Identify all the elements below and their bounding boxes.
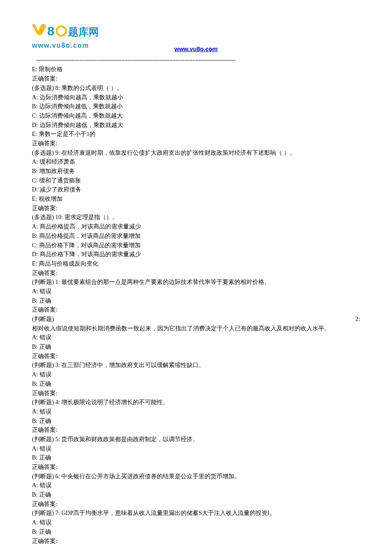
text-line: (判断题) 1: 最优要素组合的那一点是两种生产要素的边际技术替代率等于要素的相… (32, 278, 360, 287)
text-line: B: 增加政府债务 (32, 167, 360, 176)
text-line: B: 正确 (32, 379, 360, 389)
logo-cn-text: 题库网 (68, 24, 99, 40)
text-line: A: 缓和经济萧条 (32, 157, 360, 167)
text-line: 相对收入假说使短期和长期消费函数一致起来，因为它指出了消费决定于个人已有的最高收… (32, 324, 360, 333)
document-content: E: 限制价格正确答案:(多选题) 8: 乘数的公式表明（ ）。A: 边际消费倾… (32, 65, 360, 546)
text-line: (判断题) 6: 中央银行在公开市场上买进政府债券的结果是公众手里的货币增加。 (32, 472, 360, 481)
text-line: A: 错误 (32, 518, 360, 527)
text-line: A: 错误 (32, 333, 360, 342)
justify-right: 2: (355, 315, 360, 324)
text-line: 正确答案: (32, 269, 360, 278)
text-line: A: 错误 (32, 407, 360, 416)
text-line: C: 边际消费倾向越高，乘数就越大 (32, 111, 360, 121)
text-line: 正确答案: (32, 500, 360, 509)
text-line: 正确答案: (32, 462, 360, 472)
text-line: 正确答案: (32, 389, 360, 398)
text-line: 正确答案: (32, 74, 360, 84)
text-line: (多选题) 8: 乘数的公式表明（ ）。 (32, 84, 360, 93)
text-line: 正确答案: (32, 537, 360, 546)
text-line: D: 边际消费倾向越低，乘数就越大 (32, 121, 360, 130)
text-line: (判断题) 4: 增长极限论说明了经济增长的不可能性。 (32, 398, 360, 407)
text-line: A: 错误 (32, 287, 360, 296)
text-line: B: 正确 (32, 342, 360, 352)
logo-digit-8: 8 (47, 21, 55, 41)
text-line: A: 错误 (32, 370, 360, 379)
text-line: 正确答案: (32, 425, 360, 435)
svg-point-3 (43, 26, 44, 27)
text-line: (判断题) 7: GDP高于均衡水平，意味着从收入流量里漏出的储蓄S大于注入收入… (32, 509, 360, 518)
text-line: A: 商品价格提高，对该商品的需求量减少 (32, 222, 360, 231)
text-line: A: 错误 (32, 481, 360, 490)
text-line: B: 正确 (32, 296, 360, 306)
text-line: (判断题)2: (32, 315, 360, 324)
text-line: B: 正确 (32, 527, 360, 537)
text-line: A: 边际消费倾向越高，乘数就越小 (32, 93, 360, 102)
text-line: D: 商品价格下降，对该商品的需求量减少 (32, 250, 360, 259)
text-line: B: 正确 (32, 490, 360, 500)
text-line: E: 税收增加 (32, 194, 360, 204)
text-line: 正确答案: (32, 352, 360, 361)
text-line: 正确答案: (32, 139, 360, 148)
logo-top-row: 8 题库网 (32, 21, 360, 41)
text-line: B: 正确 (32, 453, 360, 462)
svg-point-1 (34, 27, 35, 28)
text-line: C: 缓和了通货膨胀 (32, 176, 360, 185)
header-separator: ----------------------------------------… (36, 57, 360, 64)
text-line: (判断题) 3: 在三部门经济中，增加政府支出可以缓解紧缩性缺口。 (32, 361, 360, 370)
text-line: D: 减少了政府债务 (32, 185, 360, 194)
text-line: A: 错误 (32, 444, 360, 454)
text-line: B: 边际消费倾向越低，乘数就越小 (32, 102, 360, 111)
text-line: 正确答案: (32, 204, 360, 213)
text-line: B: 正确 (32, 416, 360, 426)
text-line: 正确答案: (32, 305, 360, 315)
page-header: 8 题库网 www.vu8o.com www.vu8o.com --------… (32, 21, 360, 63)
header-url-link[interactable]: www.vu8o.com (174, 46, 217, 52)
text-line: E: 乘数一定是不小于1的 (32, 130, 360, 139)
text-line: (多选题) 10: 需求定理是指（）。 (32, 213, 360, 222)
text-line: E: 商品与价格成反向变化 (32, 259, 360, 269)
justify-left: (判断题) (32, 315, 54, 324)
text-line: B: 商品价格提高，对该商品的需求量增加 (32, 231, 360, 241)
logo-o-icon (56, 26, 67, 37)
text-line: C: 商品价格下降，对该商品的需求量增加 (32, 241, 360, 250)
text-line: (判断题) 5: 货币政策和财政政策都是由政府制定，以调节经济。 (32, 435, 360, 444)
text-line: (多选题) 9: 在经济衰退时期，依靠发行公债扩大政府支出的扩张性财政政策对经济… (32, 148, 360, 158)
logo-v-icon (32, 23, 46, 35)
text-line: E: 限制价格 (32, 65, 360, 74)
